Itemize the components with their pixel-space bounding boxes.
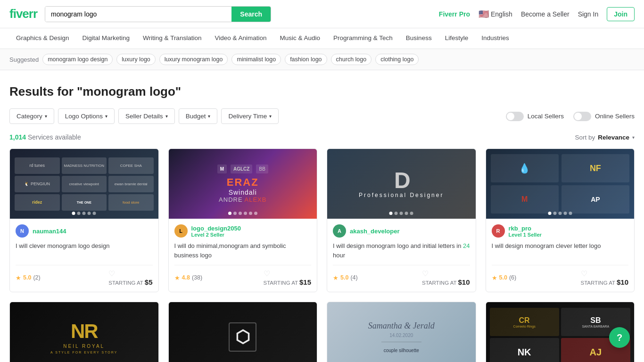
card-title[interactable]: I will design monogram logo and initial … [333,241,470,260]
avatar: A [333,224,346,238]
seller-name[interactable]: akash_developer [350,228,400,235]
avatar: R [492,224,505,238]
card-title[interactable]: I will clever monogram logo design [16,241,153,260]
nav-item-lifestyle[interactable]: Lifestyle [438,28,475,49]
tag-minimalist-logo[interactable]: minimalist logo [231,54,281,65]
card-image[interactable]: D Professional Designer [327,149,476,219]
heart-button[interactable]: ♡ [108,269,115,278]
rating: ★ 4.8 (38) [174,274,203,281]
starting-at: STARTING AT $10 [422,278,470,286]
online-sellers-toggle[interactable] [573,112,591,121]
table-row: ⬡ [168,302,318,362]
tag-monogram-logo-design[interactable]: monogram logo design [42,54,113,65]
price: $10 [458,278,470,286]
online-sellers-label: Online Sellers [595,113,635,120]
language-label: English [491,10,512,18]
card-title[interactable]: I will do minimal,monogram and symbolic … [174,241,312,260]
price: $10 [617,278,628,286]
star-icon: ★ [492,274,497,281]
card-image[interactable]: NR NEIL ROYAL A STYLE FOR EVERY STORY [10,302,158,362]
header-right: Fiverr Pro 🇺🇸 English Become a Seller Si… [439,7,635,21]
price: $15 [299,278,311,286]
seller-badge: Level 2 Seller [191,232,241,238]
heart-button[interactable]: ♡ [581,269,587,278]
heart-button[interactable]: ♡ [422,269,429,278]
star-icon: ★ [174,274,180,281]
tag-church-logo[interactable]: church logo [331,54,372,65]
rating-value: 5.0 [23,274,31,281]
delivery-time-filter[interactable]: Delivery Time ▾ [221,108,279,124]
chevron-down-icon: ▾ [45,114,47,119]
rating-value: 4.8 [182,274,190,281]
sort-by[interactable]: Sort by Relevance ▾ [575,134,635,141]
flag-icon: 🇺🇸 [479,9,489,19]
main-nav: Graphics & Design Digital Marketing Writ… [0,28,644,49]
local-sellers-toggle-group: Local Sellers [506,112,564,121]
tag-clothing-logo[interactable]: clothing logo [375,54,419,65]
card-image[interactable]: rd tunes MADNESS NUTRITION COFEE SHA 🐧 P… [10,149,158,219]
table-row: 💧 NF M AP R [486,148,635,292]
results-count: 1,014 Services available [9,133,81,141]
nav-item-digital-marketing[interactable]: Digital Marketing [76,28,137,49]
star-icon: ★ [333,274,339,281]
nav-item-writing[interactable]: Writing & Translation [136,28,208,49]
seller-name[interactable]: rkb_pro [509,225,542,232]
online-sellers-toggle-group: Online Sellers [573,112,635,121]
starting-at: STARTING AT $5 [108,278,152,286]
chevron-down-icon: ▾ [165,114,168,119]
avatar: L [174,224,188,238]
rating: ★ 5.0 (4) [333,274,358,281]
rating-count: (4) [350,274,357,281]
local-sellers-toggle[interactable] [506,112,524,121]
seller-name[interactable]: nauman144 [33,228,66,235]
language-selector[interactable]: 🇺🇸 English [479,9,512,19]
fiverr-pro-link[interactable]: Fiverr Pro [439,10,470,18]
results-info-row: 1,014 Services available Sort by Relevan… [9,133,635,141]
card-image[interactable]: ⬡ [169,302,317,362]
rating: ★ 5.0 (6) [492,274,517,281]
chevron-down-icon: ▾ [105,114,107,119]
nav-item-music[interactable]: Music & Audio [273,28,327,49]
tag-luxury-monogram-logo[interactable]: luxury monogram logo [159,54,228,65]
rating-count: (2) [33,274,40,281]
starting-at: STARTING AT $10 [581,278,629,286]
nav-item-video[interactable]: Video & Animation [208,28,273,49]
join-button[interactable]: Join [607,7,635,21]
card-image[interactable]: Samantha & Jerald 14.02.2020 couple silh… [327,302,476,362]
main-content: Results for "monogram logo" Category ▾ L… [0,70,644,362]
starting-at: STARTING AT $15 [264,278,312,286]
logo[interactable]: fiverr [9,7,37,21]
star-icon: ★ [16,274,21,281]
chevron-down-icon: ▾ [269,114,272,119]
card-image[interactable]: 💧 NF M AP [486,149,635,219]
card-title[interactable]: I will design monogram clever letter log… [492,241,629,260]
seller-name[interactable]: logo_design2050 [191,225,241,232]
search-button[interactable]: Search [231,7,271,22]
seller-details-filter[interactable]: Seller Details ▾ [118,108,175,124]
search-input[interactable] [45,7,231,22]
rating: ★ 5.0 (2) [16,274,41,281]
seller-badge: Level 1 Seller [509,232,542,238]
table-row: D Professional Designer A akash_develope… [327,148,476,292]
nav-item-business[interactable]: Business [399,28,438,49]
become-seller-link[interactable]: Become a Seller [521,10,570,18]
card-image[interactable]: M AGLCZ BB ERAZ Swindali ANDRE ALEXB [169,149,317,219]
tag-fashion-logo[interactable]: fashion logo [285,54,327,65]
tag-luxury-logo[interactable]: luxury logo [116,54,155,65]
heart-button[interactable]: ♡ [264,269,270,278]
suggested-label: Suggested [9,56,39,63]
search-bar: Search [45,6,271,22]
rating-value: 5.0 [499,274,507,281]
nav-item-industries[interactable]: Industries [475,28,516,49]
nav-item-graphics[interactable]: Graphics & Design [9,28,76,49]
category-filter[interactable]: Category ▾ [9,108,54,124]
table-row: M AGLCZ BB ERAZ Swindali ANDRE ALEXB L l… [168,148,318,292]
chevron-down-icon: ▾ [208,114,210,119]
logo-options-filter[interactable]: Logo Options ▾ [58,108,115,124]
budget-filter[interactable]: Budget ▾ [179,108,218,124]
help-button[interactable]: ? [609,327,630,348]
nav-item-programming[interactable]: Programming & Tech [327,28,399,49]
toggles: Local Sellers Online Sellers [506,112,635,121]
rating-count: (38) [192,274,202,281]
sign-in-link[interactable]: Sign In [578,10,599,18]
